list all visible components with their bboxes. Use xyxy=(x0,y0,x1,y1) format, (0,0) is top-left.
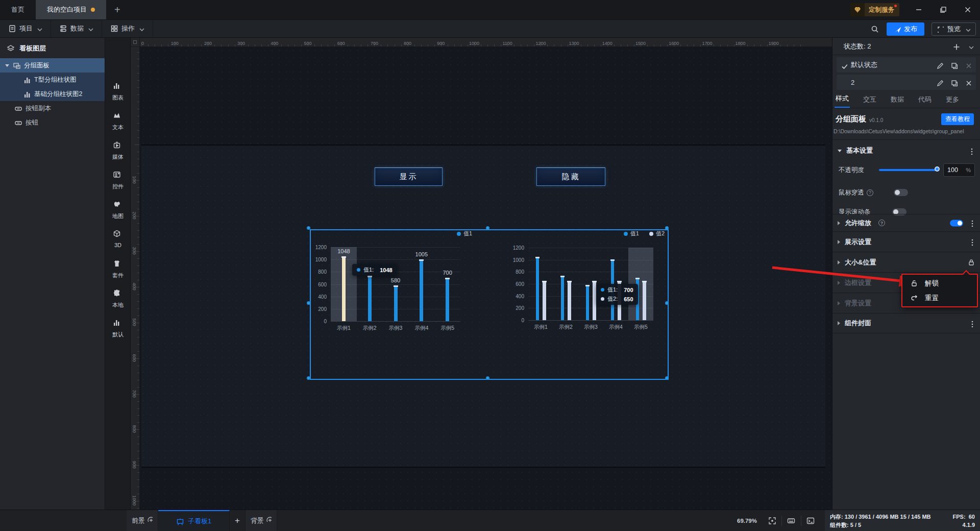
fit-screen-button[interactable] xyxy=(763,516,781,526)
selection-handle-w[interactable] xyxy=(307,301,310,305)
menu-item-reset[interactable]: 重置 xyxy=(902,291,977,305)
state-row-2[interactable]: 2 xyxy=(837,75,976,90)
delete-state-button[interactable] xyxy=(965,61,972,69)
section-menu-icon[interactable] xyxy=(968,238,975,246)
selection-handle-ne[interactable] xyxy=(665,226,669,230)
rename-state-button[interactable] xyxy=(936,78,943,86)
selection-handle-e[interactable] xyxy=(665,301,669,305)
rename-state-button[interactable] xyxy=(936,61,943,69)
add-subboard-button[interactable]: + xyxy=(230,510,246,531)
background-button[interactable]: 背景 xyxy=(246,510,277,531)
tab-style[interactable]: 样式 xyxy=(835,94,850,108)
canvas[interactable]: 显示 隐藏 值1020040060080010001200示例1示例2示例3示例… xyxy=(140,47,832,510)
layer-item-button-copy[interactable]: 按钮副本 xyxy=(0,101,105,115)
foreground-button[interactable]: 前景 xyxy=(127,510,158,531)
foreground-label: 前景 xyxy=(132,516,145,525)
minimize-button[interactable] xyxy=(906,0,931,19)
selection-handle-se[interactable] xyxy=(665,376,669,380)
section-menu-icon[interactable] xyxy=(968,219,975,227)
ruler-corner[interactable] xyxy=(131,38,140,47)
tab-data[interactable]: 数据 xyxy=(890,95,905,108)
new-tab-label: + xyxy=(114,4,120,16)
section-display-settings[interactable]: 展示设置 xyxy=(832,231,980,252)
section-allow-zoom[interactable]: 允许缩放 ? xyxy=(832,214,980,231)
tab-interaction[interactable]: 交互 xyxy=(862,95,877,108)
menu-project[interactable]: 项目 xyxy=(0,20,51,37)
basic-settings-header[interactable]: 基本设置 xyxy=(832,143,980,158)
strip-item-default[interactable]: 默认 xyxy=(105,319,131,345)
shortcuts-button[interactable] xyxy=(781,516,801,526)
strip-item-local[interactable]: 本地 xyxy=(105,289,131,316)
duplicate-state-button[interactable] xyxy=(950,78,958,86)
tab-home[interactable]: 首页 xyxy=(0,0,36,19)
layer-item-group-panel[interactable]: 分组面板 xyxy=(0,58,105,73)
section-component-cover[interactable]: 组件封面 xyxy=(832,313,980,333)
menu-item-unlock[interactable]: 解锁 xyxy=(902,276,977,291)
strip-item-media[interactable]: 媒体 xyxy=(105,141,131,167)
console-button[interactable] xyxy=(801,516,820,526)
layer-item-label: 按钮副本 xyxy=(26,104,51,113)
selection-handle-n[interactable] xyxy=(486,226,489,230)
hide-button-label: 隐藏 xyxy=(562,172,580,182)
state-row-default[interactable]: 默认状态 xyxy=(837,57,976,73)
strip-item-3d[interactable]: 3D xyxy=(105,230,131,256)
menubar: 项目 数据 操作 发布 预览 xyxy=(0,19,980,38)
add-background-icon[interactable] xyxy=(266,515,272,522)
opacity-input[interactable]: 100 % xyxy=(943,163,975,177)
mouse-through-row: 鼠标穿透 ? xyxy=(832,185,980,200)
section-size-position[interactable]: 大小&位置 xyxy=(832,252,980,272)
tab-project[interactable]: 我的空白项目 xyxy=(36,0,106,19)
strip-item-kit[interactable]: 套件 xyxy=(105,259,131,286)
collapse-states-button[interactable] xyxy=(967,42,974,50)
section-menu-icon[interactable] xyxy=(968,319,975,327)
mouse-through-toggle[interactable] xyxy=(894,189,908,196)
add-foreground-icon[interactable] xyxy=(147,515,153,522)
slider-knob[interactable] xyxy=(935,166,940,172)
maximize-button[interactable] xyxy=(931,0,955,19)
tab-more[interactable]: 更多 xyxy=(945,95,960,108)
lock-icon[interactable] xyxy=(967,258,975,267)
duplicate-state-button[interactable] xyxy=(950,61,958,69)
strip-item-text[interactable]: 文本 xyxy=(105,111,131,138)
selection-handle-nw[interactable] xyxy=(307,226,310,230)
preview-button[interactable]: 预览 xyxy=(932,22,976,36)
zoom-level[interactable]: 69.79% xyxy=(737,518,757,524)
custom-service-button[interactable]: 定制服务 xyxy=(850,3,899,16)
expander-icon xyxy=(838,281,840,285)
strip-item-map[interactable]: 地图 xyxy=(105,200,131,227)
help-icon[interactable]: ? xyxy=(878,220,885,226)
subboard-tab-active[interactable]: 子看板1 xyxy=(158,510,230,531)
close-button[interactable] xyxy=(955,0,980,19)
layer-item-basic-chart[interactable]: 基础分组柱状图2 xyxy=(0,87,105,101)
opacity-slider[interactable] xyxy=(879,169,938,171)
tab-project-label: 我的空白项目 xyxy=(47,5,87,14)
section-label: 展示设置 xyxy=(845,237,871,247)
tab-code[interactable]: 代码 xyxy=(917,95,933,108)
ruler-label: 100 xyxy=(132,172,137,187)
expander-icon[interactable] xyxy=(5,64,9,67)
add-state-button[interactable] xyxy=(952,42,960,50)
canvas-show-button[interactable]: 显示 xyxy=(375,167,443,186)
selection-handle-sw[interactable] xyxy=(307,376,310,380)
new-tab-button[interactable]: + xyxy=(106,0,129,19)
menu-operations[interactable]: 操作 xyxy=(102,20,153,37)
search-icon[interactable] xyxy=(871,25,879,33)
allow-zoom-toggle[interactable] xyxy=(950,220,963,226)
delete-state-button[interactable] xyxy=(965,78,972,86)
chevron-down-icon xyxy=(36,26,42,32)
layer-item-button[interactable]: 按钮 xyxy=(0,115,105,130)
tutorial-button[interactable]: 查看教程 xyxy=(941,113,974,125)
strip-item-controls[interactable]: 控件 xyxy=(105,171,131,197)
ruler-label: 900 xyxy=(433,41,449,46)
publish-button[interactable]: 发布 xyxy=(887,22,924,36)
strip-item-charts[interactable]: 图表 xyxy=(105,82,131,108)
selection-handle-s[interactable] xyxy=(486,376,489,380)
help-icon[interactable]: ? xyxy=(867,189,873,196)
section-menu-icon[interactable] xyxy=(968,147,975,155)
strip-label: 本地 xyxy=(112,301,124,309)
bottombar: 前景 子看板1 + 背景 69.79% 内存: 130 / 3961 / xyxy=(0,510,980,531)
menu-data[interactable]: 数据 xyxy=(51,20,102,37)
layer-item-t-chart[interactable]: T型分组柱状图 xyxy=(0,73,105,87)
background-label: 背景 xyxy=(251,516,264,525)
canvas-hide-button[interactable]: 隐藏 xyxy=(536,167,605,186)
